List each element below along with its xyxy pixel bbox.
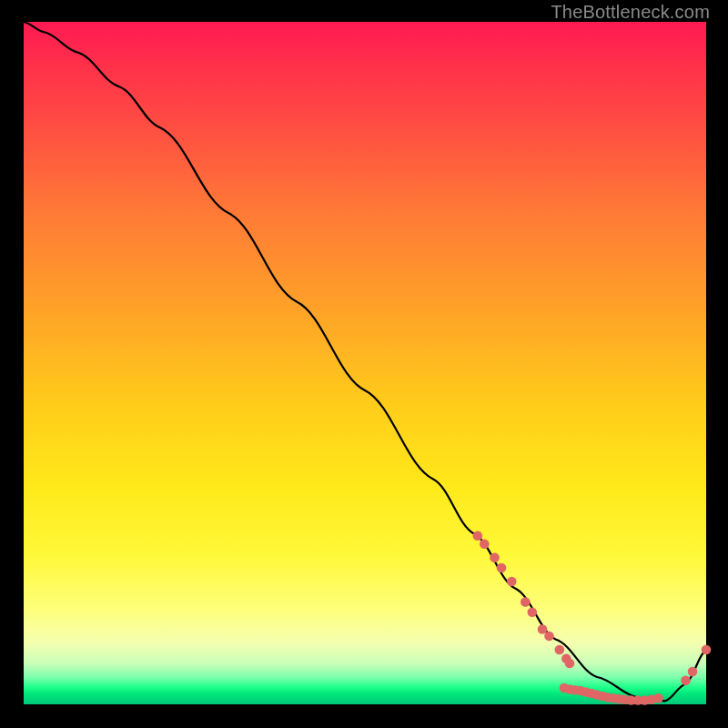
- chart-container: TheBottleneck.com: [0, 0, 728, 728]
- data-point: [544, 632, 554, 642]
- data-point: [681, 676, 691, 686]
- data-point: [528, 608, 538, 618]
- data-point: [688, 667, 698, 677]
- data-point: [480, 540, 490, 550]
- watermark-text: TheBottleneck.com: [551, 2, 710, 23]
- data-point: [490, 553, 500, 563]
- data-point: [473, 531, 483, 541]
- data-point: [565, 659, 575, 669]
- data-point: [653, 693, 663, 703]
- data-point: [702, 645, 712, 655]
- data-point: [538, 624, 548, 634]
- chart-svg: [24, 22, 706, 704]
- data-point: [521, 597, 531, 607]
- data-markers: [473, 531, 712, 705]
- data-point: [497, 563, 507, 573]
- data-point: [555, 645, 565, 655]
- data-point: [507, 577, 517, 587]
- plot-area: [24, 22, 706, 704]
- bottleneck-curve: [24, 22, 706, 701]
